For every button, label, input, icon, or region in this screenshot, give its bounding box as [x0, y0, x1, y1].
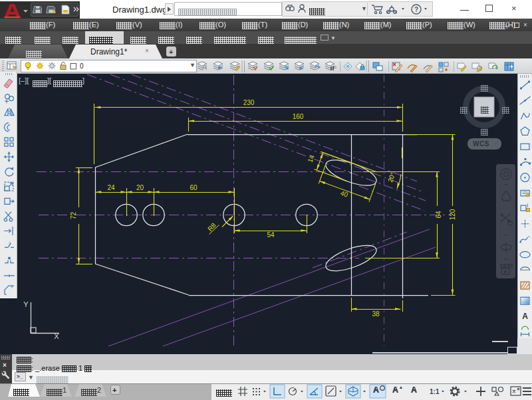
- svg-text:X: X: [54, 332, 59, 340]
- svg-text:A: A: [522, 312, 528, 321]
- svg-text:160: 160: [293, 113, 304, 120]
- svg-text:20: 20: [136, 184, 144, 191]
- svg-text:24: 24: [107, 184, 115, 191]
- svg-text:1:1: 1:1: [430, 388, 440, 395]
- svg-text:Y: Y: [23, 300, 29, 308]
- svg-text:54: 54: [267, 231, 275, 239]
- svg-text:60: 60: [190, 184, 198, 191]
- svg-text:230: 230: [243, 99, 255, 106]
- svg-text:120: 120: [449, 209, 456, 220]
- svg-text:38: 38: [372, 310, 380, 318]
- svg-text:?: ?: [414, 6, 418, 13]
- svg-text:R8: R8: [206, 221, 217, 233]
- svg-text:0: 0: [80, 62, 84, 70]
- svg-text:64: 64: [435, 211, 442, 219]
- svg-text:14: 14: [307, 153, 316, 163]
- svg-text:40: 40: [340, 189, 350, 199]
- svg-text:72: 72: [70, 212, 77, 220]
